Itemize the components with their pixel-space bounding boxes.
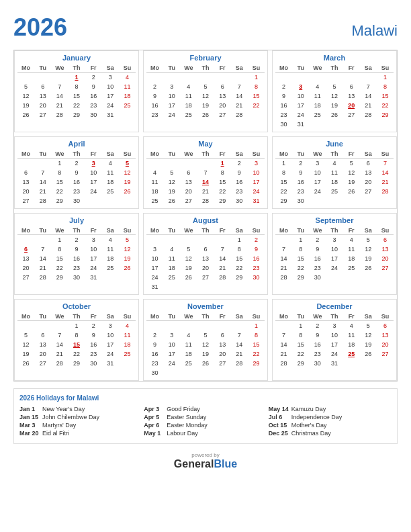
day-cell: 10 (309, 168, 326, 177)
holiday-col-col2: Apr 3Good FridayApr 5Easter SundayApr 6E… (144, 406, 267, 438)
day-cell: 13 (180, 177, 197, 187)
day-cell: 24 (292, 110, 309, 120)
day-cell: 23 (146, 359, 163, 368)
day-cell: 16 (146, 101, 163, 110)
day-cell: 12 (119, 245, 136, 254)
day-header: Th (197, 64, 214, 73)
month-title-march: March (275, 54, 394, 62)
holiday-item: Oct 15Mother's Day (269, 422, 392, 429)
empty-cell (180, 73, 197, 82)
day-cell: 11 (102, 168, 119, 177)
empty-cell (275, 321, 292, 330)
day-cell: 31 (248, 196, 265, 206)
day-cell: 19 (360, 254, 377, 263)
day-cell: 2 (85, 73, 102, 82)
day-cell: 26 (17, 359, 34, 368)
empty-cell (163, 159, 180, 168)
day-cell: 25 (119, 101, 136, 110)
day-header: We (180, 226, 197, 235)
month-title-june: June (275, 140, 394, 148)
day-cell: 31 (326, 359, 342, 368)
empty-cell (214, 321, 231, 330)
day-header: Sa (102, 64, 119, 73)
day-cell: 3 (163, 330, 180, 340)
day-cell: 10 (248, 168, 265, 177)
day-cell: 18 (119, 91, 136, 101)
day-cell: 10 (292, 91, 309, 101)
day-cell: 4 (343, 321, 360, 330)
day-header: Th (68, 312, 85, 321)
day-cell: 24 (326, 349, 342, 359)
day-header: Tu (292, 150, 309, 159)
month-block-april: AprilMoTuWeThFrSaSu123456789101112131415… (14, 136, 139, 209)
holiday-name: New Year's Day (42, 406, 85, 412)
day-header: Su (248, 226, 265, 235)
day-cell: 9 (275, 91, 292, 101)
day-cell: 5 (360, 235, 377, 245)
day-cell: 22 (51, 187, 68, 196)
day-header: Fr (343, 312, 360, 321)
day-cell: 29 (248, 359, 265, 368)
day-cell: 1 (51, 235, 68, 245)
day-cell: 24 (102, 349, 119, 359)
day-header: We (51, 150, 68, 159)
day-cell: 20 (34, 101, 51, 110)
day-cell: 9 (146, 91, 163, 101)
day-cell: 5 (17, 82, 34, 91)
empty-cell (197, 159, 214, 168)
month-title-november: November (146, 302, 265, 310)
day-header: Th (326, 64, 342, 73)
day-cell: 21 (214, 263, 231, 273)
day-cell: 12 (360, 330, 377, 340)
day-cell: 9 (231, 168, 248, 177)
holiday-date: Dec 25 (269, 430, 289, 437)
day-cell: 22 (377, 101, 394, 110)
day-cell: 31 (85, 273, 102, 282)
day-cell: 22 (68, 349, 85, 359)
holiday-date: Jan 1 (19, 406, 40, 412)
day-cell: 21 (275, 263, 292, 273)
month-title-december: December (275, 302, 394, 310)
footer: powered by GeneralBlue (13, 452, 398, 470)
day-cell: 10 (163, 91, 180, 101)
day-cell: 2 (309, 321, 326, 330)
day-cell: 4 (102, 159, 119, 168)
day-header: Sa (360, 64, 377, 73)
day-cell: 9 (85, 82, 102, 91)
day-cell: 6 (17, 245, 34, 254)
day-cell: 1 (248, 321, 265, 330)
day-header: Fr (343, 64, 360, 73)
day-cell: 16 (309, 254, 326, 263)
empty-cell (197, 235, 214, 245)
day-cell: 4 (119, 321, 136, 330)
day-cell: 24 (102, 101, 119, 110)
day-header: Tu (34, 312, 51, 321)
empty-cell (197, 73, 214, 82)
day-cell: 29 (292, 359, 309, 368)
day-header: We (309, 150, 326, 159)
day-cell: 30 (85, 359, 102, 368)
day-cell: 28 (34, 196, 51, 206)
day-header: We (309, 226, 326, 235)
empty-cell (163, 235, 180, 245)
empty-cell (34, 235, 51, 245)
day-cell: 17 (309, 177, 326, 187)
day-cell: 5 (197, 82, 214, 91)
day-cell: 31 (102, 110, 119, 120)
empty-cell (163, 73, 180, 82)
day-header: Mo (17, 312, 34, 321)
day-cell: 2 (68, 235, 85, 245)
day-cell: 17 (292, 101, 309, 110)
day-cell: 29 (51, 196, 68, 206)
day-cell: 26 (197, 359, 214, 368)
day-cell: 12 (326, 91, 342, 101)
empty-cell (197, 321, 214, 330)
day-cell: 26 (197, 110, 214, 120)
day-cell: 11 (102, 245, 119, 254)
holiday-item: Jan 1New Year's Day (19, 406, 142, 412)
country-title: Malawi (352, 22, 398, 40)
day-cell: 12 (17, 340, 34, 349)
day-cell: 26 (180, 273, 197, 282)
day-cell: 17 (326, 340, 342, 349)
day-cell: 17 (85, 177, 102, 187)
